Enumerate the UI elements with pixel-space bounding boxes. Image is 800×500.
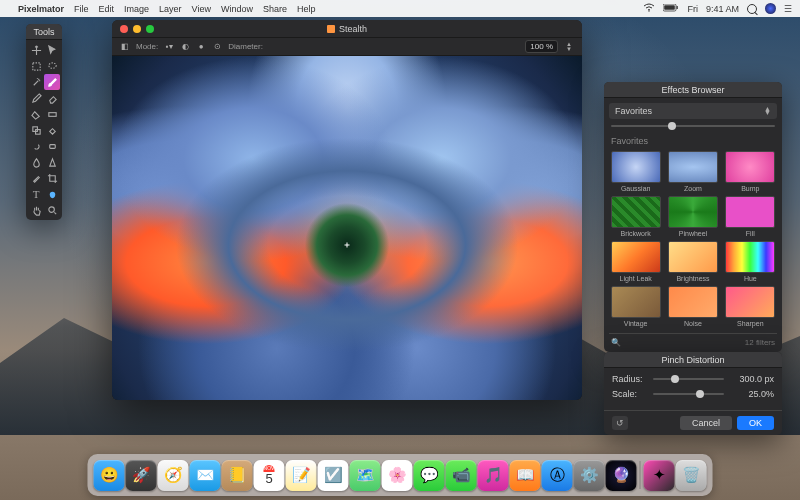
menubar: Pixelmator File Edit Image Layer View Wi… <box>0 0 800 17</box>
toolbar-opacity-icon[interactable]: ◐ <box>180 42 190 52</box>
dock-photos-icon[interactable]: 🌸 <box>382 460 413 491</box>
effect-label: Brightness <box>676 275 709 282</box>
wand-tool[interactable] <box>28 74 44 90</box>
sponge-tool[interactable] <box>44 138 60 154</box>
dock-pixelmator-icon[interactable]: ✦ <box>644 460 675 491</box>
hand-tool[interactable] <box>28 202 44 218</box>
dock-messages-icon[interactable]: 💬 <box>414 460 445 491</box>
document-titlebar[interactable]: Stealth <box>112 20 582 38</box>
effects-category-dropdown[interactable]: Favorites ▲▼ <box>609 103 777 119</box>
effect-thumb-pinwheel[interactable]: Pinwheel <box>666 196 719 237</box>
type-tool[interactable]: T <box>28 186 44 202</box>
selection-tool[interactable] <box>44 42 60 58</box>
effect-thumb-vintage[interactable]: Vintage <box>609 286 662 327</box>
zoom-tool[interactable] <box>44 202 60 218</box>
fill-tool[interactable] <box>28 106 44 122</box>
dock-maps-icon[interactable]: 🗺️ <box>350 460 381 491</box>
brush-tool[interactable] <box>44 74 60 90</box>
effect-center-crosshair[interactable] <box>345 243 350 248</box>
effect-label: Fill <box>746 230 755 237</box>
effect-preview <box>668 241 718 273</box>
dock-reminders-icon[interactable]: ☑️ <box>318 460 349 491</box>
svg-rect-9 <box>49 144 55 148</box>
effect-thumb-zoom[interactable]: Zoom <box>666 151 719 192</box>
menu-view[interactable]: View <box>192 4 211 14</box>
marquee-tool[interactable] <box>28 58 44 74</box>
zoom-stepper-icon[interactable]: ▲▼ <box>564 42 574 52</box>
effect-thumb-brickwork[interactable]: Brickwork <box>609 196 662 237</box>
shape-tool[interactable] <box>44 186 60 202</box>
effect-thumb-noise[interactable]: Noise <box>666 286 719 327</box>
cancel-button[interactable]: Cancel <box>680 416 732 430</box>
blur-tool[interactable] <box>28 154 44 170</box>
effect-thumb-light-leak[interactable]: Light Leak <box>609 241 662 282</box>
menu-layer[interactable]: Layer <box>159 4 182 14</box>
dock-ibooks-icon[interactable]: 📖 <box>510 460 541 491</box>
dock-appstore-icon[interactable]: Ⓐ <box>542 460 573 491</box>
sharpen-tool[interactable] <box>44 154 60 170</box>
dock-finder-icon[interactable]: 😀 <box>94 460 125 491</box>
app-menu[interactable]: Pixelmator <box>18 4 64 14</box>
effect-preview <box>668 286 718 318</box>
gradient-tool[interactable] <box>44 106 60 122</box>
menu-share[interactable]: Share <box>263 4 287 14</box>
radius-value[interactable]: 300.0 px <box>730 374 774 384</box>
notification-center-icon[interactable]: ☰ <box>784 4 792 14</box>
dock-safari-icon[interactable]: 🧭 <box>158 460 189 491</box>
zoom-field[interactable]: 100 % <box>525 40 558 53</box>
toolbar-brush-settings-icon[interactable]: ⊙ <box>212 42 222 52</box>
dock-notes-icon[interactable]: 📝 <box>286 460 317 491</box>
effect-thumb-sharpen[interactable]: Sharpen <box>724 286 777 327</box>
window-minimize-button[interactable] <box>133 25 141 33</box>
scale-slider[interactable] <box>653 393 724 395</box>
effect-thumb-hue[interactable]: Hue <box>724 241 777 282</box>
toolbar-mode-icon[interactable]: ◧ <box>120 42 130 52</box>
canvas[interactable] <box>112 56 582 400</box>
dock-contacts-icon[interactable]: 📒 <box>222 460 253 491</box>
reset-button[interactable]: ↺ <box>612 416 628 430</box>
spotlight-icon[interactable] <box>747 4 757 14</box>
menu-image[interactable]: Image <box>124 4 149 14</box>
effect-thumb-gaussian[interactable]: Gaussian <box>609 151 662 192</box>
menu-help[interactable]: Help <box>297 4 316 14</box>
clone-tool[interactable] <box>28 122 44 138</box>
menubar-time[interactable]: 9:41 AM <box>706 4 739 14</box>
ok-button[interactable]: OK <box>737 416 774 430</box>
document-proxy-icon[interactable] <box>327 25 335 33</box>
dock-launchpad-icon[interactable]: 🚀 <box>126 460 157 491</box>
wifi-icon[interactable] <box>643 3 655 14</box>
dock-facetime-icon[interactable]: 📹 <box>446 460 477 491</box>
blend-mode-dropdown[interactable]: ▪▾ <box>164 42 174 52</box>
window-close-button[interactable] <box>120 25 128 33</box>
dock-mail-icon[interactable]: ✉️ <box>190 460 221 491</box>
dock-itunes-icon[interactable]: 🎵 <box>478 460 509 491</box>
eraser-tool[interactable] <box>44 90 60 106</box>
effect-thumb-brightness[interactable]: Brightness <box>666 241 719 282</box>
crop-tool[interactable] <box>44 170 60 186</box>
scale-value[interactable]: 25.0% <box>730 389 774 399</box>
eyedropper-tool[interactable] <box>28 170 44 186</box>
lasso-tool[interactable] <box>44 58 60 74</box>
menu-file[interactable]: File <box>74 4 89 14</box>
dock-calendar-icon[interactable]: NOV5 <box>254 460 285 491</box>
siri-icon[interactable] <box>765 3 776 14</box>
menu-edit[interactable]: Edit <box>99 4 115 14</box>
effect-label: Brickwork <box>620 230 650 237</box>
radius-slider[interactable] <box>653 378 724 380</box>
dock-siri-icon[interactable]: 🔮 <box>606 460 637 491</box>
battery-icon[interactable] <box>663 4 679 14</box>
effect-thumb-fill[interactable]: Fill <box>724 196 777 237</box>
menu-window[interactable]: Window <box>221 4 253 14</box>
heal-tool[interactable] <box>44 122 60 138</box>
smudge-tool[interactable] <box>28 138 44 154</box>
dock-trash-icon[interactable]: 🗑️ <box>676 460 707 491</box>
dock-preferences-icon[interactable]: ⚙️ <box>574 460 605 491</box>
effect-thumb-bump[interactable]: Bump <box>724 151 777 192</box>
pencil-tool[interactable] <box>28 90 44 106</box>
toolbar-brush-shape-icon[interactable]: ● <box>196 42 206 52</box>
tools-panel: Tools T <box>26 24 62 220</box>
menubar-day[interactable]: Fri <box>687 4 698 14</box>
window-zoom-button[interactable] <box>146 25 154 33</box>
move-tool[interactable] <box>28 42 44 58</box>
effects-preview-slider[interactable] <box>611 125 775 127</box>
